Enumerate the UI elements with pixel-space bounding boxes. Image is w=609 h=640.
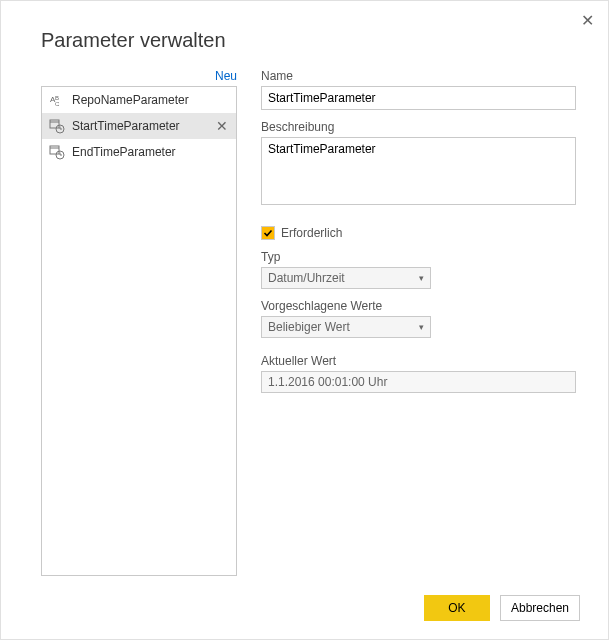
new-parameter-link[interactable]: Neu xyxy=(41,69,237,83)
parameter-item-label: EndTimeParameter xyxy=(72,145,230,159)
parameter-item-label: StartTimeParameter xyxy=(72,119,214,133)
close-icon[interactable]: ✕ xyxy=(581,11,594,30)
required-label: Erforderlich xyxy=(281,226,342,240)
datetime-type-icon xyxy=(48,117,66,135)
text-type-icon: ABC xyxy=(48,91,66,109)
current-value-label: Aktueller Wert xyxy=(261,354,576,368)
svg-rect-3 xyxy=(50,120,59,128)
suggested-values-value: Beliebiger Wert xyxy=(268,320,350,334)
parameter-item-starttime[interactable]: StartTimeParameter ✕ xyxy=(42,113,236,139)
type-value: Datum/Uhrzeit xyxy=(268,271,345,285)
suggested-values-label: Vorgeschlagene Werte xyxy=(261,299,576,313)
name-label: Name xyxy=(261,69,576,83)
parameter-form: Name Beschreibung Erforderlich Typ Datum… xyxy=(261,69,576,393)
chevron-down-icon: ▾ xyxy=(419,322,424,332)
delete-parameter-icon[interactable]: ✕ xyxy=(214,118,230,134)
type-label: Typ xyxy=(261,250,576,264)
dialog-title: Parameter verwalten xyxy=(41,29,226,52)
svg-rect-8 xyxy=(50,146,59,154)
description-label: Beschreibung xyxy=(261,120,576,134)
parameter-item-endtime[interactable]: EndTimeParameter xyxy=(42,139,236,165)
parameter-item-reponame[interactable]: ABC RepoNameParameter xyxy=(42,87,236,113)
dialog-footer: OK Abbrechen xyxy=(424,595,580,621)
datetime-type-icon xyxy=(48,143,66,161)
description-input[interactable] xyxy=(261,137,576,205)
ok-button[interactable]: OK xyxy=(424,595,490,621)
parameter-item-label: RepoNameParameter xyxy=(72,93,230,107)
required-checkbox[interactable] xyxy=(261,226,275,240)
current-value-input[interactable]: 1.1.2016 00:01:00 Uhr xyxy=(261,371,576,393)
name-input[interactable] xyxy=(261,86,576,110)
parameter-list: ABC RepoNameParameter StartTimeParameter… xyxy=(41,86,237,576)
suggested-values-select[interactable]: Beliebiger Wert ▾ xyxy=(261,316,431,338)
svg-text:C: C xyxy=(55,101,60,107)
chevron-down-icon: ▾ xyxy=(419,273,424,283)
cancel-button[interactable]: Abbrechen xyxy=(500,595,580,621)
type-select[interactable]: Datum/Uhrzeit ▾ xyxy=(261,267,431,289)
